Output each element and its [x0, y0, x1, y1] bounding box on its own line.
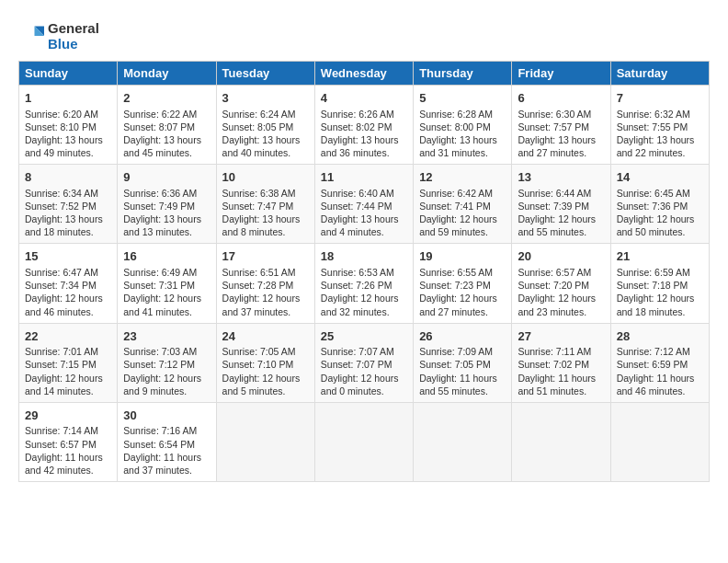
- calendar-cell: 15Sunrise: 6:47 AMSunset: 7:34 PMDayligh…: [19, 244, 118, 323]
- col-header-thursday: Thursday: [414, 62, 512, 86]
- page: General Blue SundayMondayTuesdayWednesda…: [0, 0, 728, 491]
- calendar-cell: 27Sunrise: 7:11 AMSunset: 7:02 PMDayligh…: [512, 323, 610, 402]
- calendar-cell: 2Sunrise: 6:22 AMSunset: 8:07 PMDaylight…: [118, 86, 216, 165]
- calendar-cell: 19Sunrise: 6:55 AMSunset: 7:23 PMDayligh…: [414, 244, 512, 323]
- calendar-cell: 3Sunrise: 6:24 AMSunset: 8:05 PMDaylight…: [216, 86, 314, 165]
- calendar-cell: [216, 402, 314, 481]
- col-header-friday: Friday: [512, 62, 610, 86]
- day-number: 22: [25, 328, 111, 345]
- header-row: SundayMondayTuesdayWednesdayThursdayFrid…: [19, 62, 710, 86]
- day-number: 21: [617, 248, 703, 265]
- day-number: 27: [518, 328, 604, 345]
- calendar-cell: 1Sunrise: 6:20 AMSunset: 8:10 PMDaylight…: [19, 86, 118, 165]
- calendar-cell: 22Sunrise: 7:01 AMSunset: 7:15 PMDayligh…: [19, 323, 118, 402]
- calendar-cell: [314, 402, 413, 481]
- day-number: 16: [123, 248, 210, 265]
- day-number: 29: [25, 408, 111, 424]
- day-number: 12: [419, 169, 506, 186]
- calendar-cell: 10Sunrise: 6:38 AMSunset: 7:47 PMDayligh…: [216, 165, 314, 244]
- calendar-cell: 29Sunrise: 7:14 AMSunset: 6:57 PMDayligh…: [19, 402, 118, 481]
- calendar-cell: 8Sunrise: 6:34 AMSunset: 7:52 PMDaylight…: [19, 165, 118, 244]
- calendar-cell: 25Sunrise: 7:07 AMSunset: 7:07 PMDayligh…: [314, 323, 413, 402]
- logo-icon: [18, 23, 44, 49]
- day-number: 15: [25, 248, 111, 265]
- calendar-cell: 7Sunrise: 6:32 AMSunset: 7:55 PMDaylight…: [610, 86, 709, 165]
- day-number: 28: [617, 328, 703, 345]
- day-number: 8: [25, 169, 111, 186]
- calendar-cell: 24Sunrise: 7:05 AMSunset: 7:10 PMDayligh…: [216, 323, 314, 402]
- calendar-cell: 21Sunrise: 6:59 AMSunset: 7:18 PMDayligh…: [610, 244, 709, 323]
- day-number: 30: [123, 408, 210, 424]
- calendar-cell: 26Sunrise: 7:09 AMSunset: 7:05 PMDayligh…: [414, 323, 512, 402]
- calendar-cell: 4Sunrise: 6:26 AMSunset: 8:02 PMDaylight…: [314, 86, 413, 165]
- day-number: 6: [518, 90, 604, 107]
- day-number: 18: [321, 248, 407, 265]
- day-number: 25: [321, 328, 407, 345]
- day-number: 4: [321, 90, 407, 107]
- logo-text: General Blue: [48, 20, 99, 52]
- day-number: 7: [617, 90, 703, 107]
- col-header-wednesday: Wednesday: [314, 62, 413, 86]
- calendar-cell: 16Sunrise: 6:49 AMSunset: 7:31 PMDayligh…: [118, 244, 216, 323]
- calendar-cell: [414, 402, 512, 481]
- calendar-cell: 5Sunrise: 6:28 AMSunset: 8:00 PMDaylight…: [414, 86, 512, 165]
- day-number: 11: [321, 169, 407, 186]
- calendar-cell: 14Sunrise: 6:45 AMSunset: 7:36 PMDayligh…: [610, 165, 709, 244]
- calendar-cell: 23Sunrise: 7:03 AMSunset: 7:12 PMDayligh…: [118, 323, 216, 402]
- day-number: 5: [419, 90, 506, 107]
- calendar-cell: 12Sunrise: 6:42 AMSunset: 7:41 PMDayligh…: [414, 165, 512, 244]
- calendar-cell: 6Sunrise: 6:30 AMSunset: 7:57 PMDaylight…: [512, 86, 610, 165]
- logo: General Blue: [18, 20, 99, 52]
- calendar-cell: 18Sunrise: 6:53 AMSunset: 7:26 PMDayligh…: [314, 244, 413, 323]
- calendar-cell: [610, 402, 709, 481]
- day-number: 9: [123, 169, 210, 186]
- calendar-cell: 30Sunrise: 7:16 AMSunset: 6:54 PMDayligh…: [118, 402, 216, 481]
- calendar-cell: 28Sunrise: 7:12 AMSunset: 6:59 PMDayligh…: [610, 323, 709, 402]
- day-number: 26: [419, 328, 506, 345]
- day-number: 23: [123, 328, 210, 345]
- header: General Blue: [18, 17, 710, 52]
- calendar-cell: 20Sunrise: 6:57 AMSunset: 7:20 PMDayligh…: [512, 244, 610, 323]
- day-number: 2: [123, 90, 210, 107]
- col-header-sunday: Sunday: [19, 62, 118, 86]
- day-number: 17: [222, 248, 309, 265]
- day-number: 10: [222, 169, 309, 186]
- calendar-cell: 13Sunrise: 6:44 AMSunset: 7:39 PMDayligh…: [512, 165, 610, 244]
- calendar-cell: [512, 402, 610, 481]
- col-header-monday: Monday: [118, 62, 216, 86]
- col-header-saturday: Saturday: [610, 62, 709, 86]
- day-number: 19: [419, 248, 506, 265]
- day-number: 14: [617, 169, 703, 186]
- calendar-cell: 11Sunrise: 6:40 AMSunset: 7:44 PMDayligh…: [314, 165, 413, 244]
- day-number: 3: [222, 90, 309, 107]
- calendar-table: SundayMondayTuesdayWednesdayThursdayFrid…: [18, 61, 710, 482]
- calendar-cell: 9Sunrise: 6:36 AMSunset: 7:49 PMDaylight…: [118, 165, 216, 244]
- day-number: 13: [518, 169, 604, 186]
- calendar-cell: 17Sunrise: 6:51 AMSunset: 7:28 PMDayligh…: [216, 244, 314, 323]
- col-header-tuesday: Tuesday: [216, 62, 314, 86]
- day-number: 20: [518, 248, 604, 265]
- day-number: 1: [25, 90, 111, 107]
- day-number: 24: [222, 328, 309, 345]
